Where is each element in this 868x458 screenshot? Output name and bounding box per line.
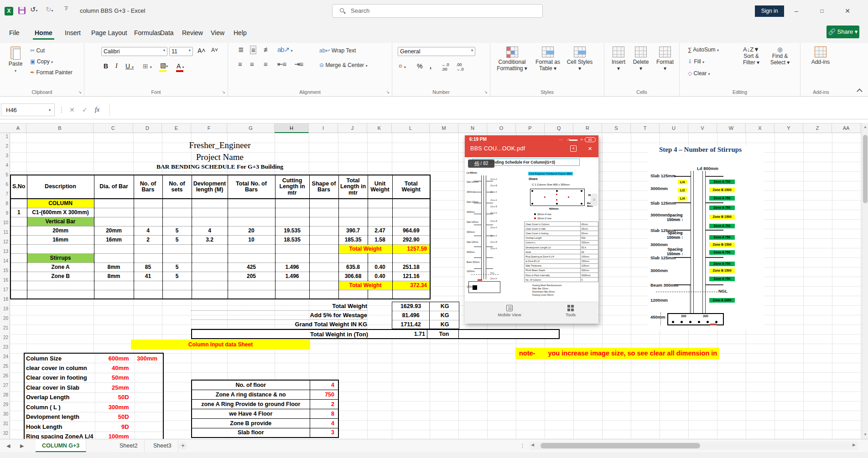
bbs-cell[interactable]: 185.35: [338, 235, 368, 244]
comma-style-icon[interactable]: ,: [430, 62, 431, 70]
paste-button[interactable]: Paste▾: [5, 46, 26, 73]
bbs-cell[interactable]: [392, 217, 430, 226]
column-header-K[interactable]: K: [367, 124, 392, 133]
bbs-cell[interactable]: 85: [134, 262, 162, 272]
font-dialog-launcher[interactable]: ↘: [222, 90, 225, 94]
bbs-cell[interactable]: [162, 208, 192, 217]
floor-row[interactable]: Slab floor3: [192, 428, 338, 437]
search-input[interactable]: Search: [332, 4, 543, 18]
menu-tab-data[interactable]: Data: [158, 26, 176, 40]
bbs-cell[interactable]: [134, 199, 162, 208]
column-header-Z[interactable]: Z: [803, 124, 832, 133]
input-value[interactable]: [135, 402, 163, 412]
bbs-cell[interactable]: 635.8: [338, 262, 368, 272]
bbs-cell[interactable]: 251.18: [392, 262, 430, 272]
column-input-table[interactable]: Column Size600mm300mmclear cover in colu…: [24, 353, 164, 439]
row-number-21[interactable]: 21: [0, 325, 8, 330]
conditional-formatting-button[interactable]: Conditional Formatting ▾: [495, 46, 529, 72]
input-label[interactable]: Devlopment length: [24, 412, 95, 422]
bbs-cell[interactable]: [309, 199, 338, 208]
input-row[interactable]: Hook Length9D: [24, 422, 163, 432]
input-value[interactable]: 50mm: [95, 373, 135, 383]
row-number-16[interactable]: 16: [0, 278, 8, 283]
row-number-2[interactable]: 2: [0, 144, 8, 149]
input-row[interactable]: Devlopment length50D: [24, 412, 163, 422]
table-row[interactable]: Zone A8mm8554251.496635.80.40251.18: [10, 262, 430, 272]
input-label[interactable]: Column ( L ): [24, 402, 95, 412]
row-number-12[interactable]: 12: [0, 239, 8, 244]
bbs-cell[interactable]: [134, 290, 162, 299]
bbs-cell[interactable]: [309, 290, 338, 299]
table-row[interactable]: 16mm16mm253.21018.535185.351.58292.90: [10, 235, 430, 244]
sort-filter-button[interactable]: A↓Z▼Sort & Filter ▾: [738, 46, 764, 66]
name-box[interactable]: H46▾: [1, 103, 55, 116]
column-header-G[interactable]: G: [227, 124, 275, 133]
collapse-ribbon-icon[interactable]: [857, 88, 863, 94]
row-number-10[interactable]: 10: [0, 220, 8, 225]
pdf-scroll-handle[interactable]: ≡: [591, 194, 598, 206]
input-value[interactable]: 600mm: [95, 353, 135, 363]
bbs-cell[interactable]: [10, 290, 27, 299]
phone-pages-icon[interactable]: 4: [570, 145, 577, 152]
column-header-X[interactable]: X: [746, 124, 774, 133]
bbs-cell[interactable]: Zone A: [27, 262, 94, 272]
bbs-cell[interactable]: 1.58: [368, 235, 392, 244]
row-number-25[interactable]: 25: [0, 364, 8, 369]
tab-overflow-icon[interactable]: ⋮: [520, 439, 525, 452]
row-number-11[interactable]: 11: [0, 230, 8, 235]
font-size-select[interactable]: 11▾: [169, 47, 193, 56]
bbs-cell[interactable]: [368, 253, 392, 262]
bbs-cell[interactable]: 16mm: [94, 235, 134, 244]
bbs-cell[interactable]: [368, 208, 392, 217]
bbs-cell[interactable]: [134, 253, 162, 262]
column-header-T[interactable]: T: [631, 124, 660, 133]
input-row[interactable]: clear cover in column40mm: [24, 363, 163, 373]
cut-button[interactable]: ✂ Cut: [30, 47, 45, 54]
table-row[interactable]: Zone B8mm4152051.496306.680.40121.16: [10, 272, 430, 281]
input-label[interactable]: Clear cover in Slab: [24, 383, 95, 393]
bbs-cell[interactable]: [392, 208, 430, 217]
undo-icon[interactable]: ↺▾: [30, 5, 38, 14]
bbs-cell[interactable]: [228, 208, 275, 217]
bbs-cell[interactable]: [228, 253, 275, 262]
row-number-29[interactable]: 29: [0, 402, 8, 407]
input-label[interactable]: Clear cover in footing: [24, 373, 95, 383]
row-number-13[interactable]: 13: [0, 249, 8, 254]
bbs-cell[interactable]: [192, 253, 228, 262]
bbs-cell[interactable]: [309, 226, 338, 235]
increase-font-icon[interactable]: A˄: [198, 47, 206, 54]
bbs-cell[interactable]: Stirrups: [27, 253, 94, 262]
maximize-button[interactable]: □: [811, 0, 833, 22]
bbs-cell[interactable]: [10, 262, 27, 272]
floor-label[interactable]: No. of floor: [192, 380, 310, 390]
bbs-cell[interactable]: [338, 253, 368, 262]
input-value[interactable]: 9D: [95, 422, 135, 432]
input-row[interactable]: Column ( L )300mm: [24, 402, 163, 412]
alignment-dialog-launcher[interactable]: ↘: [386, 90, 390, 94]
middle-align-icon[interactable]: ≡: [250, 46, 256, 54]
row-number-4[interactable]: 4: [0, 163, 8, 168]
table-row[interactable]: Total Weight372.34: [10, 281, 430, 290]
input-value[interactable]: [135, 392, 163, 402]
bbs-cell[interactable]: [275, 217, 309, 226]
align-center-icon[interactable]: ≡: [250, 60, 254, 68]
bbs-cell[interactable]: [309, 262, 338, 272]
floor-value[interactable]: 750: [310, 390, 338, 399]
sheet-area[interactable]: 1234567891011121314151617181920212223242…: [0, 133, 862, 439]
bbs-cell[interactable]: [94, 208, 134, 217]
scroll-down-icon[interactable]: ▼: [862, 432, 868, 438]
menu-tab-home[interactable]: Home: [33, 26, 54, 40]
bbs-cell[interactable]: 1.496: [275, 272, 309, 281]
row-number-1[interactable]: 1: [0, 134, 8, 139]
orientation-icon[interactable]: ab↗ ▾: [277, 46, 292, 54]
column-header-P[interactable]: P: [516, 124, 545, 133]
increase-indent-icon[interactable]: ⇥≡: [294, 60, 303, 68]
column-header-F[interactable]: F: [191, 124, 227, 133]
bbs-cell[interactable]: 4: [192, 226, 228, 235]
table-row[interactable]: [10, 290, 430, 299]
column-header-I[interactable]: I: [309, 124, 338, 133]
bbs-cell[interactable]: [192, 199, 228, 208]
bbs-cell[interactable]: [192, 290, 228, 299]
column-header-J[interactable]: J: [338, 124, 367, 133]
wrap-text-button[interactable]: ab↩ Wrap Text: [319, 47, 356, 54]
